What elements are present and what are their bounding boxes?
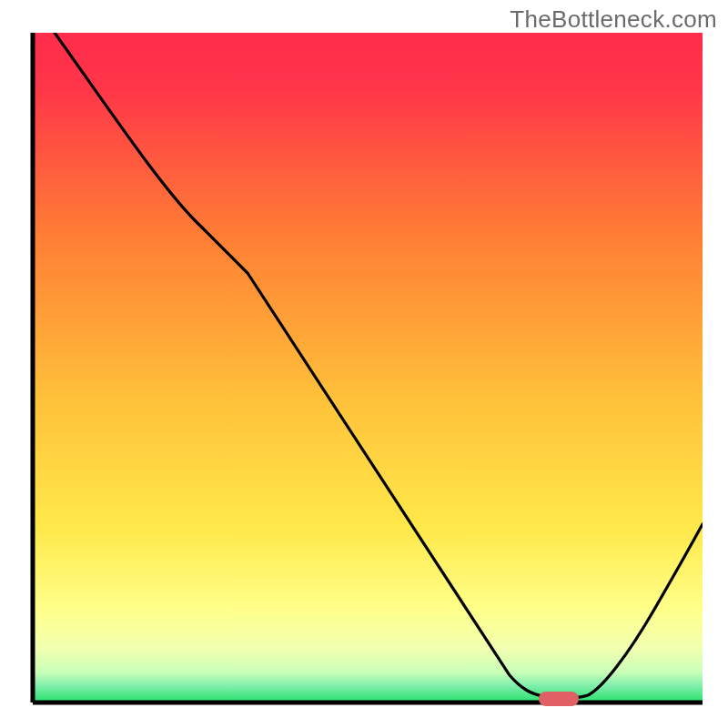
plot-background: [33, 33, 703, 703]
watermark-text: TheBottleneck.com: [510, 5, 717, 34]
chart-stage: TheBottleneck.com: [0, 0, 728, 728]
chart-svg: [0, 0, 728, 728]
minimum-marker: [539, 692, 579, 706]
